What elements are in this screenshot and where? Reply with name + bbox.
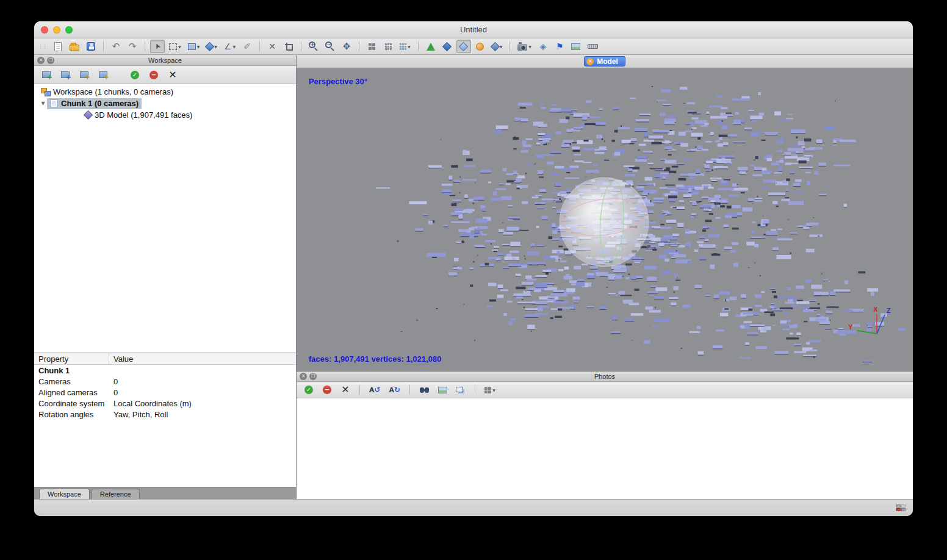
property-row: Cameras0 <box>34 376 296 387</box>
filter-photos-button[interactable] <box>417 383 431 397</box>
panel-tab-bar: WorkspaceReference <box>34 487 296 499</box>
thumbnail-size-button[interactable]: ▼ <box>482 383 498 397</box>
enable-button[interactable]: ✓ <box>128 68 142 82</box>
add-marker-button[interactable]: + <box>96 68 110 82</box>
y-axis-label: Y <box>848 323 853 331</box>
show-markers-button[interactable]: ⚑ <box>552 40 567 53</box>
z-axis-line <box>877 315 885 334</box>
detach-pane-button[interactable]: ❐ <box>309 373 317 380</box>
disable-button[interactable]: − <box>146 68 161 82</box>
textured-view-button[interactable] <box>473 40 488 53</box>
toolbar-separator <box>301 41 301 51</box>
property-name: Cameras <box>34 376 109 387</box>
app-window: Untitled ⋮⋮ ↶↷➤▼▼▼∠▼✐✕+−✥▼▼▼◈⚑ ✕ ❐ Works… <box>34 21 913 516</box>
save-button[interactable] <box>84 40 98 53</box>
property-column-header: Property <box>34 353 109 364</box>
crop-selection-button[interactable] <box>281 40 296 53</box>
close-pane-button[interactable]: ✕ <box>37 57 45 64</box>
point-cloud-button[interactable] <box>364 40 379 53</box>
add-chunk-button[interactable]: + <box>39 68 54 82</box>
dropdown-arrow-icon: ▼ <box>408 45 411 49</box>
close-tab-icon[interactable]: ✕ <box>586 58 594 65</box>
new-document-button[interactable] <box>51 40 65 53</box>
zoom-in-button[interactable]: + <box>306 40 321 53</box>
add-folder-button[interactable]: + <box>77 68 92 82</box>
expander-icon[interactable]: ▼ <box>39 101 47 106</box>
photos-content[interactable] <box>297 398 913 499</box>
open-photo-button[interactable] <box>435 383 450 397</box>
z-axis-label: Z <box>887 307 891 314</box>
property-value <box>109 365 296 376</box>
zoom-window-button[interactable] <box>65 26 73 34</box>
measure-button[interactable] <box>585 40 600 53</box>
properties-header: Property Value <box>34 353 296 365</box>
model-viewport-canvas[interactable] <box>297 68 913 372</box>
view-mode-button[interactable]: ▼ <box>489 40 505 53</box>
screen-background: Untitled ⋮⋮ ↶↷➤▼▼▼∠▼✐✕+−✥▼▼▼◈⚑ ✕ ❐ Works… <box>0 0 947 560</box>
property-row: Rotation anglesYaw, Pitch, Roll <box>34 409 296 420</box>
enable-photo-button[interactable]: ✓ <box>301 383 316 397</box>
close-window-button[interactable] <box>41 26 48 34</box>
toolbar-separator <box>259 41 260 51</box>
tree-item-model[interactable]: 3D Model (1,907,491 faces) <box>34 109 296 121</box>
show-cameras-button[interactable]: ▼ <box>515 40 534 53</box>
tree-item-label: Chunk 1 (0 cameras) <box>61 99 139 108</box>
panel-tab-reference[interactable]: Reference <box>92 489 140 499</box>
detach-pane-button[interactable]: ❐ <box>47 57 54 64</box>
ruler-tool-button[interactable]: ∠▼ <box>221 40 238 53</box>
view-tab-bar: ✕ Model <box>297 55 913 68</box>
show-images-button[interactable] <box>569 40 583 53</box>
property-name: Chunk 1 <box>34 365 109 376</box>
rectangle-selection-button[interactable]: ▼ <box>167 40 184 53</box>
photos-pane-title: Photos <box>297 373 913 380</box>
window-title: Untitled <box>34 25 913 34</box>
remove-button[interactable]: ✕ <box>165 68 180 82</box>
wireframe-view-button[interactable] <box>456 40 471 53</box>
move-region-button[interactable]: ▼ <box>185 40 203 53</box>
add-photos-button[interactable]: + <box>58 68 73 82</box>
close-pane-button[interactable]: ✕ <box>300 373 307 380</box>
redo-button[interactable]: ↷ <box>125 40 140 53</box>
photos-panel: ✕ ❐ Photos ✓−✕A↺A↻▼ <box>297 372 913 499</box>
toolbar-separator <box>510 41 510 51</box>
open-button[interactable] <box>67 40 82 53</box>
photos-pane-header: ✕ ❐ Photos <box>297 372 913 382</box>
rotate-cw-button[interactable]: A↻ <box>387 383 403 397</box>
navigation-tool-button[interactable]: ➤ <box>150 40 165 53</box>
tree-item-chunk[interactable]: ▼Chunk 1 (0 cameras) <box>34 98 296 109</box>
dropdown-arrow-icon: ▼ <box>528 45 531 49</box>
show-shapes-button[interactable]: ◈ <box>536 40 550 53</box>
panel-tab-workspace[interactable]: Workspace <box>39 489 90 499</box>
y-axis-line <box>857 331 877 334</box>
toolbar-separator <box>145 41 145 51</box>
property-row: Coordinate systemLocal Coordinates (m) <box>34 398 296 409</box>
solid-view-button[interactable] <box>440 40 455 53</box>
dense-cloud-button[interactable] <box>381 40 395 53</box>
shaded-view-button[interactable] <box>423 40 438 53</box>
selection-brush-button[interactable]: ✐ <box>240 40 254 53</box>
dense-cloud-classes-button[interactable]: ▼ <box>397 40 413 53</box>
mesh-statistics-label: faces: 1,907,491 vertices: 1,021,080 <box>309 354 442 364</box>
titlebar[interactable]: Untitled <box>34 21 913 38</box>
toolbar-separator <box>475 385 475 395</box>
rotate-ccw-button[interactable]: A↺ <box>367 383 383 397</box>
reset-view-button[interactable]: ✥ <box>339 40 354 53</box>
chunk-icon <box>50 99 58 107</box>
remove-photo-button[interactable]: ✕ <box>338 383 353 397</box>
main-content: ✕ ❐ Workspace ++++✓−✕ Workspace (1 chunk… <box>34 55 913 499</box>
photos-pane-toolbar: ✓−✕A↺A↻▼ <box>297 382 913 398</box>
document-area: ✕ Model Perspective 30° faces: 1,907,491… <box>297 55 913 499</box>
model-viewport[interactable]: Perspective 30° faces: 1,907,491 vertice… <box>297 68 913 372</box>
minimize-window-button[interactable] <box>53 26 60 34</box>
move-object-button[interactable]: ▼ <box>204 40 220 53</box>
tab-model[interactable]: ✕ Model <box>584 56 625 66</box>
tree-item-workspace[interactable]: Workspace (1 chunks, 0 cameras) <box>34 86 296 98</box>
disable-photo-button[interactable]: − <box>320 383 334 397</box>
dropdown-arrow-icon: ▼ <box>197 45 200 49</box>
undo-button[interactable]: ↶ <box>109 40 123 53</box>
slideshow-button[interactable] <box>453 383 468 397</box>
delete-selection-button[interactable]: ✕ <box>265 40 279 53</box>
property-value: Local Coordinates (m) <box>109 398 296 409</box>
workspace-tree: Workspace (1 chunks, 0 cameras)▼Chunk 1 … <box>34 84 296 353</box>
zoom-out-button[interactable]: − <box>323 40 337 53</box>
